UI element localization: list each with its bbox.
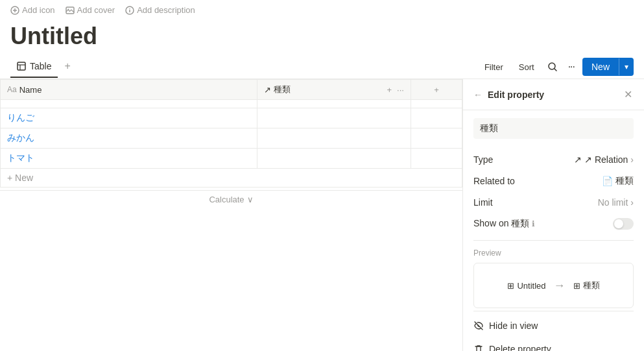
view-toolbar: Table + Filter Sort ··· New ▾ bbox=[0, 55, 644, 79]
delete-property-label: Delete property bbox=[489, 344, 551, 351]
row1-name-value[interactable]: りんご bbox=[7, 112, 34, 123]
edit-property-panel: ← Edit property ✕ Type ↗ ↗ Relation › Re… bbox=[462, 79, 644, 351]
related-to-row[interactable]: Related to 📄 種類 bbox=[463, 170, 644, 192]
more-options-button[interactable]: ··· bbox=[566, 58, 577, 75]
row3-name-value[interactable]: トマト bbox=[7, 152, 34, 163]
panel-properties-section: Type ↗ ↗ Relation › Related to 📄 種類 Limi… bbox=[463, 147, 644, 237]
limit-value: No limit › bbox=[598, 197, 634, 208]
panel-close-button[interactable]: ✕ bbox=[623, 87, 634, 102]
new-button-arrow[interactable]: ▾ bbox=[619, 58, 634, 75]
row3-plus-cell bbox=[411, 149, 462, 169]
svg-rect-8 bbox=[18, 62, 25, 70]
table-row: トマト bbox=[1, 149, 462, 169]
preview-to-label: 種類 bbox=[583, 280, 600, 291]
more-icon: ··· bbox=[568, 61, 575, 73]
new-button[interactable]: New ▾ bbox=[582, 58, 634, 76]
add-icon-label: Add icon bbox=[22, 5, 55, 15]
col-more-icon[interactable]: ··· bbox=[397, 85, 404, 95]
preview-label: Preview bbox=[463, 243, 644, 260]
type-row[interactable]: Type ↗ ↗ Relation › bbox=[463, 149, 644, 170]
page-title[interactable]: Untitled bbox=[0, 20, 644, 55]
hide-in-view-label: Hide in view bbox=[489, 321, 538, 331]
limit-label: Limit bbox=[473, 197, 493, 208]
add-col-icon[interactable]: + bbox=[387, 85, 392, 95]
related-to-label: Related to bbox=[473, 176, 515, 186]
table-tab[interactable]: Table bbox=[10, 56, 58, 78]
row1-type-cell[interactable] bbox=[257, 108, 411, 128]
type-col-label: 種類 bbox=[274, 84, 291, 95]
empty-name-cell[interactable] bbox=[1, 100, 257, 108]
filter-button[interactable]: Filter bbox=[479, 60, 508, 75]
calculate-button[interactable]: Calculate ∨ bbox=[0, 190, 462, 208]
panel-header-left: ← Edit property bbox=[473, 90, 544, 100]
add-row-label: + New bbox=[7, 173, 33, 183]
empty-type-cell[interactable] bbox=[257, 100, 411, 108]
panel-header: ← Edit property ✕ bbox=[463, 79, 644, 110]
type-row-arrow: › bbox=[630, 154, 634, 165]
row2-type-cell[interactable] bbox=[257, 128, 411, 149]
svg-line-12 bbox=[555, 69, 556, 71]
type-row-label: Type bbox=[473, 154, 493, 165]
panel-divider-1 bbox=[473, 240, 634, 241]
calculate-label: Calculate bbox=[209, 195, 244, 204]
sort-button[interactable]: Sort bbox=[514, 60, 540, 75]
related-to-text: 種類 bbox=[615, 175, 634, 187]
sort-label: Sort bbox=[519, 62, 534, 72]
calculate-arrow: ∨ bbox=[247, 195, 254, 204]
preview-arrow-icon: → bbox=[554, 279, 566, 293]
related-to-icon: 📄 bbox=[602, 176, 613, 186]
row2-name-value[interactable]: みかん bbox=[7, 132, 34, 143]
main-layout: Aa Name ↗ 種類 + ··· bbox=[0, 79, 644, 351]
delete-property-button[interactable]: Delete property bbox=[463, 337, 644, 351]
limit-row[interactable]: Limit No limit › bbox=[463, 192, 644, 213]
add-cover-button[interactable]: Add cover bbox=[66, 5, 115, 15]
row3-type-cell[interactable] bbox=[257, 149, 411, 169]
top-toolbar: Add icon Add cover Add description bbox=[0, 0, 644, 20]
new-button-label: New bbox=[582, 58, 619, 76]
panel-back-button[interactable]: ← bbox=[473, 90, 483, 100]
panel-divider-2 bbox=[473, 311, 634, 311]
empty-plus-cell bbox=[411, 100, 462, 108]
row1-name-cell[interactable]: りんご bbox=[1, 108, 257, 128]
data-table: Aa Name ↗ 種類 + ··· bbox=[0, 79, 462, 169]
preview-box: ⊞ Untitled → ⊞ 種類 bbox=[473, 263, 634, 308]
show-on-toggle[interactable] bbox=[613, 218, 634, 230]
add-description-label: Add description bbox=[137, 5, 195, 15]
hide-in-view-button[interactable]: Hide in view bbox=[463, 314, 644, 337]
row3-name-cell[interactable]: トマト bbox=[1, 149, 257, 169]
svg-point-7 bbox=[129, 8, 130, 9]
add-row-button[interactable]: + New bbox=[0, 169, 462, 188]
toggle-thumb bbox=[614, 219, 623, 228]
preview-to-db: ⊞ 種類 bbox=[573, 280, 600, 291]
show-on-row[interactable]: Show on 種類 ℹ bbox=[463, 213, 644, 235]
row2-name-cell[interactable]: みかん bbox=[1, 128, 257, 149]
show-on-label-group: Show on 種類 ℹ bbox=[473, 218, 535, 230]
view-tabs: Table + bbox=[10, 55, 75, 79]
filter-label: Filter bbox=[484, 62, 503, 72]
property-name-input[interactable] bbox=[473, 118, 634, 139]
column-name-header[interactable]: Aa Name bbox=[1, 80, 257, 100]
type-value-text: ↗ ↗ Relation bbox=[574, 154, 628, 165]
add-description-button[interactable]: Add description bbox=[125, 5, 195, 15]
table-row: りんご bbox=[1, 108, 462, 128]
table-tab-label: Table bbox=[30, 61, 51, 71]
add-icon-button[interactable]: Add icon bbox=[10, 5, 55, 15]
table-icon bbox=[17, 62, 26, 71]
preview-from-icon: ⊞ bbox=[507, 281, 514, 291]
column-type-header[interactable]: ↗ 種類 + ··· bbox=[257, 80, 411, 100]
add-view-button[interactable]: + bbox=[60, 55, 74, 79]
info-icon bbox=[125, 6, 134, 15]
preview-from-db: ⊞ Untitled bbox=[507, 281, 545, 291]
search-button[interactable] bbox=[545, 59, 560, 75]
table-row: みかん bbox=[1, 128, 462, 149]
table-area: Aa Name ↗ 種類 + ··· bbox=[0, 79, 462, 351]
add-column-header[interactable]: + bbox=[411, 80, 462, 100]
row1-plus-cell bbox=[411, 108, 462, 128]
view-actions: Filter Sort ··· New ▾ bbox=[479, 58, 634, 76]
limit-arrow: › bbox=[630, 197, 634, 208]
name-col-label: Name bbox=[19, 85, 42, 95]
add-icon-icon bbox=[10, 6, 19, 15]
preview-from-label: Untitled bbox=[517, 281, 545, 291]
type-col-icon: ↗ bbox=[264, 85, 271, 95]
limit-value-text: No limit bbox=[598, 197, 628, 208]
